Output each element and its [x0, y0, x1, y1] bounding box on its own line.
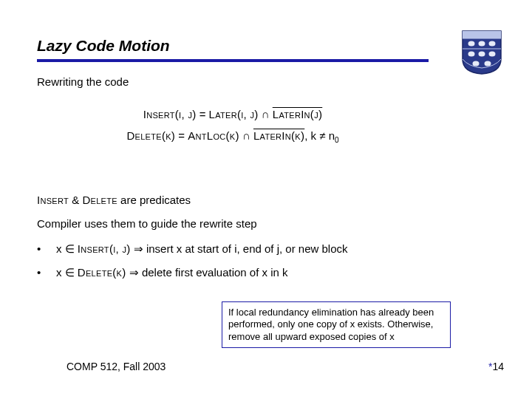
equations-block: Insert(i, j) = Later(i, j) ∩ LaterIn(j) … [37, 104, 429, 147]
footer-page-number: *14 [488, 361, 504, 372]
list-item: • x ∈ Delete(k) ⇒ delete first evaluatio… [37, 264, 495, 282]
compiler-line: Compiler uses them to guide the rewrite … [37, 215, 495, 233]
equation-delete: Delete(k) = AntLoc(k) ∩ LaterIn(k), k ≠ … [37, 126, 429, 147]
bullet-list: • x ∈ Insert(i, j) ⇒ insert x at start o… [37, 240, 495, 282]
svg-point-2 [489, 41, 496, 47]
title-underline [37, 59, 429, 62]
svg-point-4 [479, 52, 485, 57]
equation-insert: Insert(i, j) = Later(i, j) ∩ LaterIn(j) [37, 104, 429, 126]
slide-subtitle: Rewriting the code [37, 75, 495, 88]
slide-title: Lazy Code Motion [37, 37, 495, 55]
bullet-dot: • [37, 264, 56, 282]
svg-point-1 [479, 41, 485, 47]
bullet-dot: • [37, 240, 56, 258]
svg-point-0 [468, 41, 475, 47]
footer-course: COMP 512, Fall 2003 [66, 361, 166, 372]
svg-point-3 [468, 52, 475, 57]
svg-point-7 [485, 61, 491, 66]
list-item: • x ∈ Insert(i, j) ⇒ insert x at start o… [37, 240, 495, 258]
predicates-line: Insert & Delete are predicates [37, 191, 495, 209]
note-box: If local redundancy elimination has alre… [222, 301, 451, 348]
university-shield-logo [461, 30, 502, 75]
svg-point-6 [473, 61, 480, 66]
svg-point-5 [489, 52, 496, 57]
body-text: Insert & Delete are predicates Compiler … [37, 191, 495, 282]
